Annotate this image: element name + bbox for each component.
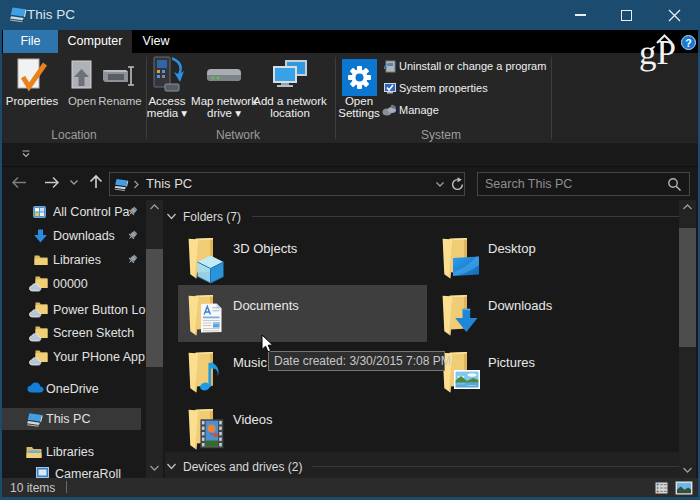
svg-text:gP: gP <box>639 33 676 72</box>
